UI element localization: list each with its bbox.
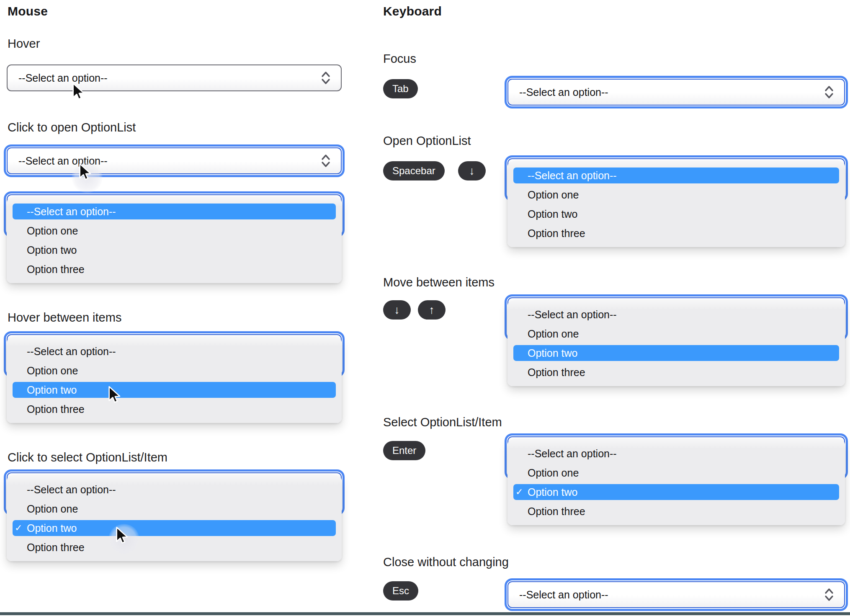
optionlist-popup: --Select an option-- Option one ✓Option … [507, 440, 845, 525]
esc-key-badge: Esc [383, 581, 418, 601]
select-updown-icon [823, 587, 835, 602]
optionlist-item-highlighted[interactable]: Option two [507, 343, 845, 363]
click-open-select[interactable]: --Select an option-- [7, 147, 342, 174]
optionlist-item[interactable]: Option two [7, 240, 342, 260]
hover-section-label: Hover [8, 37, 40, 51]
move-section-label: Move between items [383, 276, 495, 289]
optionlist-item[interactable]: --Select an option-- [507, 305, 845, 324]
arrow-down-key-badge: ↓ [458, 161, 486, 180]
optionlist-popup: --Select an option-- Option one Option t… [507, 162, 845, 247]
select-placeholder: --Select an option-- [18, 155, 320, 167]
mouse-cursor-icon [116, 527, 129, 545]
mouse-column-title: Mouse [8, 4, 48, 18]
checkmark-icon: ✓ [515, 487, 523, 497]
optionlist-item[interactable]: --Select an option-- [7, 480, 342, 499]
optionlist-item-selected[interactable]: ✓Option two [7, 518, 342, 538]
optionlist-item[interactable]: Option one [507, 324, 845, 343]
focus-select[interactable]: --Select an option-- [507, 79, 845, 106]
optionlist-item[interactable]: Option one [7, 361, 342, 380]
close-section-label: Close without changing [383, 555, 509, 569]
select-updown-icon [320, 153, 332, 168]
mouse-cursor-icon [72, 83, 85, 101]
arrow-down-key-badge: ↓ [383, 300, 411, 320]
optionlist-popup: --Select an option-- Option one Option t… [507, 301, 845, 386]
select-updown-icon [320, 70, 332, 85]
click-select-section-label: Click to select OptionList/Item [8, 451, 167, 464]
optionlist-item[interactable]: Option three [507, 224, 845, 243]
focus-section-label: Focus [383, 52, 416, 66]
open-section-label: Open OptionList [383, 134, 471, 148]
select-item-section-label: Select OptionList/Item [383, 415, 502, 429]
keyboard-column-title: Keyboard [383, 4, 442, 18]
optionlist-item[interactable]: Option three [7, 399, 342, 419]
close-select[interactable]: --Select an option-- [507, 581, 845, 608]
select-updown-icon [823, 85, 835, 100]
optionlist-item[interactable]: Option three [7, 538, 342, 557]
optionlist-item-highlighted[interactable]: Option two [7, 380, 342, 399]
optionlist-item[interactable]: Option three [507, 363, 845, 382]
optionlist-item[interactable]: Option one [7, 221, 342, 240]
tab-key-badge: Tab [383, 79, 418, 98]
hover-between-section-label: Hover between items [8, 311, 121, 325]
select-placeholder: --Select an option-- [519, 86, 823, 98]
optionlist-item[interactable]: Option one [507, 185, 845, 204]
optionlist-item[interactable]: Option two [507, 204, 845, 224]
hover-select[interactable]: --Select an option-- [7, 64, 342, 91]
optionlist-popup: --Select an option-- Option one ✓Option … [7, 476, 342, 561]
select-placeholder: --Select an option-- [519, 589, 823, 601]
checkmark-icon: ✓ [15, 523, 22, 534]
optionlist-item-highlighted[interactable]: --Select an option-- [7, 202, 342, 221]
arrow-up-key-badge: ↑ [418, 300, 446, 320]
optionlist-item[interactable]: Option three [507, 502, 845, 521]
optionlist-popup: --Select an option-- Option one Option t… [7, 338, 342, 423]
enter-key-badge: Enter [383, 441, 425, 460]
mouse-cursor-icon [79, 163, 92, 182]
optionlist-item[interactable]: Option one [7, 499, 342, 518]
click-open-section-label: Click to open OptionList [8, 121, 136, 134]
select-placeholder: --Select an option-- [18, 72, 320, 84]
mouse-cursor-icon [108, 386, 121, 405]
optionlist-item[interactable]: Option one [507, 463, 845, 482]
optionlist-item[interactable]: Option three [7, 260, 342, 279]
spacebar-key-badge: Spacebar [383, 161, 445, 180]
optionlist-item[interactable]: --Select an option-- [507, 444, 845, 463]
optionlist-item-selected[interactable]: ✓Option two [507, 482, 845, 502]
page-bottom-divider [0, 612, 850, 615]
optionlist-item[interactable]: --Select an option-- [7, 342, 342, 361]
optionlist-popup: --Select an option-- Option one Option t… [7, 198, 342, 283]
optionlist-item-highlighted[interactable]: --Select an option-- [507, 166, 845, 185]
